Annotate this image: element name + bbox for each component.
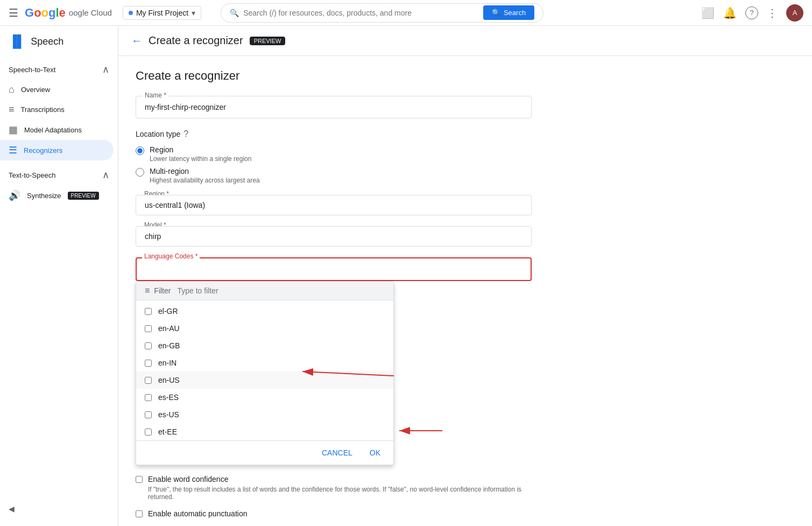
model-select[interactable]: chirp	[136, 226, 532, 247]
lang-input-box[interactable]	[136, 257, 532, 281]
synthesize-icon: 🔊	[9, 190, 20, 201]
en-GB-checkbox[interactable]	[145, 342, 152, 349]
word-confidence-desc: If "true", the top result includes a lis…	[148, 486, 532, 501]
filter-input[interactable]	[177, 286, 385, 295]
es-ES-label: es-ES	[158, 393, 179, 402]
project-name: My First Project	[136, 9, 188, 17]
page-header: ← Create a recognizer PREVIEW	[118, 26, 812, 56]
en-IN-checkbox[interactable]	[145, 360, 152, 367]
list-item[interactable]: es-ES	[136, 389, 393, 406]
sidebar-item-recognizers[interactable]: ☰ Recognizers	[0, 140, 114, 160]
list-item[interactable]: el-GR	[136, 303, 393, 320]
en-US-label: en-US	[158, 376, 180, 384]
terminal-icon[interactable]: ⬜	[701, 6, 715, 19]
search-button[interactable]: 🔍 Search	[483, 5, 534, 20]
page-title: Create a recognizer	[149, 34, 243, 47]
region-desc: Lower latency within a single region	[150, 155, 251, 163]
list-item[interactable]: en-AU	[136, 320, 393, 337]
word-confidence-checkbox[interactable]	[136, 476, 143, 483]
auto-punctuation-label: Enable automatic punctuation	[148, 509, 247, 518]
project-dot	[129, 11, 133, 15]
project-selector[interactable]: My First Project ▾	[123, 6, 201, 20]
en-US-checkbox[interactable]	[145, 377, 152, 384]
list-item[interactable]: et-EE	[136, 423, 393, 440]
filter-label: Filter	[154, 286, 171, 295]
google-cloud-logo: Google oogle Cloud	[25, 6, 112, 20]
list-item[interactable]: en-US	[136, 371, 393, 389]
name-input[interactable]	[145, 103, 522, 111]
location-help-icon[interactable]: ?	[183, 129, 188, 139]
text-to-speech-header[interactable]: Text-to-Speech ∧	[0, 165, 118, 185]
dropdown-filter: ≡ Filter	[136, 282, 393, 300]
es-ES-checkbox[interactable]	[145, 394, 152, 401]
lang-codes-label: Language Codes *	[142, 253, 200, 260]
dropdown-list: el-GR en-AU en-GB en-IN	[136, 300, 393, 440]
en-GB-label: en-GB	[158, 341, 180, 350]
sidebar-item-label: Recognizers	[24, 146, 62, 155]
name-input-wrapper: Name	[136, 96, 532, 118]
help-icon[interactable]: ?	[745, 6, 758, 19]
multi-region-label: Multi-region	[150, 167, 260, 176]
tts-collapse-icon: ∧	[102, 169, 109, 181]
sidebar-item-label: Model Adaptations	[24, 126, 82, 134]
name-field: Name	[136, 96, 532, 118]
region-select[interactable]: us-central1 (Iowa)	[136, 195, 532, 215]
et-EE-checkbox[interactable]	[145, 429, 152, 436]
region-select-wrapper: us-central1 (Iowa)	[136, 195, 532, 215]
sidebar-collapse-button[interactable]: ◀	[0, 500, 23, 517]
language-codes-field: Language Codes * ≡ Filter el-GR	[136, 257, 532, 281]
app-header: ▐▌ Speech	[0, 30, 118, 57]
sidebar-item-synthesize[interactable]: 🔊 Synthesize PREVIEW	[0, 185, 114, 206]
sidebar: ▐▌ Speech Speech-to-Text ∧ ⌂ Overview ≡ …	[0, 26, 118, 526]
list-item[interactable]: es-US	[136, 406, 393, 423]
model-select-wrapper: chirp	[136, 226, 532, 247]
back-button[interactable]: ←	[131, 34, 142, 47]
auto-punctuation-checkbox[interactable]	[136, 510, 143, 517]
sidebar-item-model-adaptations[interactable]: ▦ Model Adaptations	[0, 120, 114, 140]
text-to-speech-section: Text-to-Speech ∧ 🔊 Synthesize PREVIEW	[0, 163, 118, 208]
notification-icon[interactable]: 🔔	[723, 6, 737, 19]
name-label: Name	[143, 92, 168, 99]
el-GR-checkbox[interactable]	[145, 308, 152, 315]
menu-icon[interactable]: ☰	[9, 6, 18, 19]
es-US-checkbox[interactable]	[145, 411, 152, 418]
list-item[interactable]: en-IN	[136, 354, 393, 371]
more-icon[interactable]: ⋮	[767, 6, 778, 19]
page-preview-badge: PREVIEW	[250, 37, 286, 45]
multi-region-desc: Highest availability across largest area	[150, 177, 260, 184]
region-radio[interactable]	[136, 146, 144, 155]
dropdown-cancel-button[interactable]: CANCEL	[317, 445, 357, 460]
list-item[interactable]: en-GB	[136, 337, 393, 354]
app-name: Speech	[31, 36, 63, 47]
et-EE-label: et-EE	[158, 427, 177, 436]
location-type-label: Location type ?	[136, 129, 532, 139]
project-dropdown-icon: ▾	[192, 9, 195, 17]
en-AU-checkbox[interactable]	[145, 325, 152, 332]
location-type-field: Location type ? Region Lower latency wit…	[136, 129, 532, 184]
model-icon: ▦	[9, 124, 18, 136]
sidebar-item-transcriptions[interactable]: ≡ Transcriptions	[0, 100, 114, 120]
search-icon: 🔍	[230, 9, 239, 17]
recognizers-icon: ☰	[9, 144, 17, 156]
region-label: Region	[150, 145, 251, 154]
topbar: ☰ Google oogle Cloud My First Project ▾ …	[0, 0, 812, 26]
dropdown-ok-button[interactable]: OK	[365, 445, 385, 460]
multi-region-option: Multi-region Highest availability across…	[136, 167, 532, 184]
main-content: ← Create a recognizer PREVIEW Create a r…	[118, 26, 812, 526]
search-btn-icon: 🔍	[492, 9, 500, 17]
multi-region-radio[interactable]	[136, 168, 144, 177]
filter-icon: ≡	[145, 286, 150, 296]
sidebar-item-label: Transcriptions	[21, 106, 65, 114]
search-input[interactable]	[243, 9, 479, 17]
sidebar-item-overview[interactable]: ⌂ Overview	[0, 80, 114, 100]
dropdown-actions: CANCEL OK	[136, 440, 393, 465]
form-heading: Create a recognizer	[136, 69, 532, 83]
transcriptions-icon: ≡	[9, 104, 15, 115]
collapse-icon: ∧	[102, 64, 109, 75]
speech-to-text-header[interactable]: Speech-to-Text ∧	[0, 59, 118, 80]
sidebar-item-label: Synthesize	[27, 192, 61, 200]
el-GR-label: el-GR	[158, 307, 178, 315]
word-confidence-label: Enable word confidence	[148, 475, 532, 483]
user-avatar[interactable]: A	[786, 4, 803, 22]
layout: ▐▌ Speech Speech-to-Text ∧ ⌂ Overview ≡ …	[0, 26, 812, 526]
